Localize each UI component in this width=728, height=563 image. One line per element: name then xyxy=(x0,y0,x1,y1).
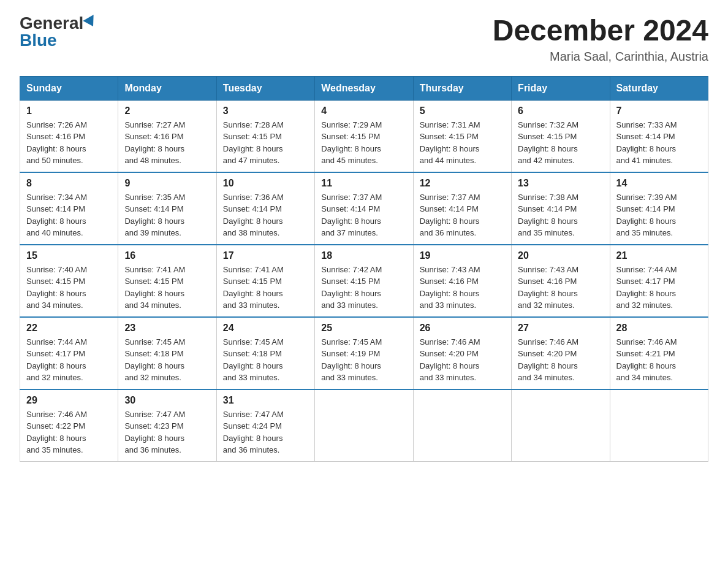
day-number: 18 xyxy=(321,250,406,261)
calendar-cell: 4Sunrise: 7:29 AMSunset: 4:15 PMDaylight… xyxy=(315,100,413,172)
calendar-week-row: 22Sunrise: 7:44 AMSunset: 4:17 PMDayligh… xyxy=(20,317,708,389)
calendar-cell: 8Sunrise: 7:34 AMSunset: 4:14 PMDaylight… xyxy=(20,172,118,245)
day-info: Sunrise: 7:29 AMSunset: 4:15 PMDaylight:… xyxy=(321,119,406,167)
day-info: Sunrise: 7:33 AMSunset: 4:14 PMDaylight:… xyxy=(616,119,702,167)
calendar-cell: 12Sunrise: 7:37 AMSunset: 4:14 PMDayligh… xyxy=(413,172,511,245)
day-info: Sunrise: 7:44 AMSunset: 4:17 PMDaylight:… xyxy=(616,264,702,312)
day-header-thursday: Thursday xyxy=(413,76,511,100)
calendar-week-row: 1Sunrise: 7:26 AMSunset: 4:16 PMDaylight… xyxy=(20,100,708,172)
day-info: Sunrise: 7:26 AMSunset: 4:16 PMDaylight:… xyxy=(26,119,112,167)
calendar-cell: 18Sunrise: 7:42 AMSunset: 4:15 PMDayligh… xyxy=(315,245,413,317)
calendar-cell: 26Sunrise: 7:46 AMSunset: 4:20 PMDayligh… xyxy=(413,317,511,389)
day-header-sunday: Sunday xyxy=(20,76,118,100)
day-number: 15 xyxy=(26,250,112,261)
day-number: 29 xyxy=(26,395,112,406)
calendar-cell: 14Sunrise: 7:39 AMSunset: 4:14 PMDayligh… xyxy=(610,172,708,245)
day-info: Sunrise: 7:27 AMSunset: 4:16 PMDaylight:… xyxy=(124,119,210,167)
day-number: 4 xyxy=(321,105,406,117)
day-header-wednesday: Wednesday xyxy=(315,76,413,100)
day-info: Sunrise: 7:42 AMSunset: 4:15 PMDaylight:… xyxy=(321,264,406,312)
day-number: 6 xyxy=(518,105,603,117)
day-info: Sunrise: 7:32 AMSunset: 4:15 PMDaylight:… xyxy=(518,119,603,167)
logo-triangle-icon xyxy=(83,15,99,29)
day-number: 24 xyxy=(223,323,308,334)
day-number: 22 xyxy=(26,323,112,334)
calendar-cell xyxy=(610,389,708,462)
day-number: 28 xyxy=(616,323,702,334)
day-info: Sunrise: 7:41 AMSunset: 4:15 PMDaylight:… xyxy=(124,264,210,312)
calendar-header-row: SundayMondayTuesdayWednesdayThursdayFrid… xyxy=(20,76,708,100)
day-number: 5 xyxy=(420,105,505,117)
calendar-cell: 13Sunrise: 7:38 AMSunset: 4:14 PMDayligh… xyxy=(512,172,610,245)
day-header-friday: Friday xyxy=(512,76,610,100)
title-area: December 2024 Maria Saal, Carinthia, Aus… xyxy=(493,15,708,64)
page-header: General Blue December 2024 Maria Saal, C… xyxy=(20,15,708,64)
day-info: Sunrise: 7:41 AMSunset: 4:15 PMDaylight:… xyxy=(223,264,308,312)
calendar-cell: 23Sunrise: 7:45 AMSunset: 4:18 PMDayligh… xyxy=(118,317,216,389)
day-number: 13 xyxy=(518,178,603,189)
calendar-cell: 29Sunrise: 7:46 AMSunset: 4:22 PMDayligh… xyxy=(20,389,118,462)
logo-general-text: General xyxy=(20,15,83,32)
day-number: 12 xyxy=(420,178,505,189)
calendar-cell: 16Sunrise: 7:41 AMSunset: 4:15 PMDayligh… xyxy=(118,245,216,317)
day-number: 10 xyxy=(223,178,308,189)
calendar-cell: 11Sunrise: 7:37 AMSunset: 4:14 PMDayligh… xyxy=(315,172,413,245)
calendar-cell: 22Sunrise: 7:44 AMSunset: 4:17 PMDayligh… xyxy=(20,317,118,389)
day-number: 9 xyxy=(124,178,210,189)
calendar-cell: 1Sunrise: 7:26 AMSunset: 4:16 PMDaylight… xyxy=(20,100,118,172)
day-number: 25 xyxy=(321,323,406,334)
day-number: 8 xyxy=(26,178,112,189)
day-info: Sunrise: 7:40 AMSunset: 4:15 PMDaylight:… xyxy=(26,264,112,312)
day-number: 1 xyxy=(26,105,112,117)
calendar-cell xyxy=(512,389,610,462)
calendar-table: SundayMondayTuesdayWednesdayThursdayFrid… xyxy=(20,76,708,462)
calendar-cell xyxy=(413,389,511,462)
day-info: Sunrise: 7:46 AMSunset: 4:21 PMDaylight:… xyxy=(616,336,702,384)
day-info: Sunrise: 7:37 AMSunset: 4:14 PMDaylight:… xyxy=(420,191,505,239)
day-number: 16 xyxy=(124,250,210,261)
day-info: Sunrise: 7:36 AMSunset: 4:14 PMDaylight:… xyxy=(223,191,308,239)
day-info: Sunrise: 7:31 AMSunset: 4:15 PMDaylight:… xyxy=(420,119,505,167)
day-number: 19 xyxy=(420,250,505,261)
calendar-cell: 24Sunrise: 7:45 AMSunset: 4:18 PMDayligh… xyxy=(216,317,314,389)
logo-blue-text: Blue xyxy=(20,32,57,49)
day-number: 23 xyxy=(124,323,210,334)
logo: General Blue xyxy=(20,15,97,49)
calendar-cell: 2Sunrise: 7:27 AMSunset: 4:16 PMDaylight… xyxy=(118,100,216,172)
day-info: Sunrise: 7:43 AMSunset: 4:16 PMDaylight:… xyxy=(420,264,505,312)
day-number: 17 xyxy=(223,250,308,261)
day-number: 11 xyxy=(321,178,406,189)
calendar-cell xyxy=(315,389,413,462)
day-info: Sunrise: 7:45 AMSunset: 4:18 PMDaylight:… xyxy=(124,336,210,384)
day-number: 20 xyxy=(518,250,603,261)
calendar-cell: 6Sunrise: 7:32 AMSunset: 4:15 PMDaylight… xyxy=(512,100,610,172)
day-header-monday: Monday xyxy=(118,76,216,100)
day-info: Sunrise: 7:35 AMSunset: 4:14 PMDaylight:… xyxy=(124,191,210,239)
calendar-cell: 28Sunrise: 7:46 AMSunset: 4:21 PMDayligh… xyxy=(610,317,708,389)
calendar-cell: 3Sunrise: 7:28 AMSunset: 4:15 PMDaylight… xyxy=(216,100,314,172)
month-year-title: December 2024 xyxy=(493,15,708,47)
day-number: 7 xyxy=(616,105,702,117)
day-number: 3 xyxy=(223,105,308,117)
day-info: Sunrise: 7:34 AMSunset: 4:14 PMDaylight:… xyxy=(26,191,112,239)
calendar-cell: 21Sunrise: 7:44 AMSunset: 4:17 PMDayligh… xyxy=(610,245,708,317)
calendar-cell: 10Sunrise: 7:36 AMSunset: 4:14 PMDayligh… xyxy=(216,172,314,245)
day-info: Sunrise: 7:37 AMSunset: 4:14 PMDaylight:… xyxy=(321,191,406,239)
calendar-cell: 9Sunrise: 7:35 AMSunset: 4:14 PMDaylight… xyxy=(118,172,216,245)
calendar-week-row: 15Sunrise: 7:40 AMSunset: 4:15 PMDayligh… xyxy=(20,245,708,317)
day-info: Sunrise: 7:45 AMSunset: 4:19 PMDaylight:… xyxy=(321,336,406,384)
day-number: 31 xyxy=(223,395,308,406)
day-header-tuesday: Tuesday xyxy=(216,76,314,100)
day-number: 26 xyxy=(420,323,505,334)
day-number: 2 xyxy=(124,105,210,117)
day-info: Sunrise: 7:47 AMSunset: 4:24 PMDaylight:… xyxy=(223,408,308,456)
day-number: 27 xyxy=(518,323,603,334)
day-info: Sunrise: 7:46 AMSunset: 4:20 PMDaylight:… xyxy=(518,336,603,384)
calendar-cell: 7Sunrise: 7:33 AMSunset: 4:14 PMDaylight… xyxy=(610,100,708,172)
calendar-cell: 17Sunrise: 7:41 AMSunset: 4:15 PMDayligh… xyxy=(216,245,314,317)
calendar-cell: 15Sunrise: 7:40 AMSunset: 4:15 PMDayligh… xyxy=(20,245,118,317)
day-number: 21 xyxy=(616,250,702,261)
day-info: Sunrise: 7:28 AMSunset: 4:15 PMDaylight:… xyxy=(223,119,308,167)
calendar-cell: 20Sunrise: 7:43 AMSunset: 4:16 PMDayligh… xyxy=(512,245,610,317)
day-number: 14 xyxy=(616,178,702,189)
